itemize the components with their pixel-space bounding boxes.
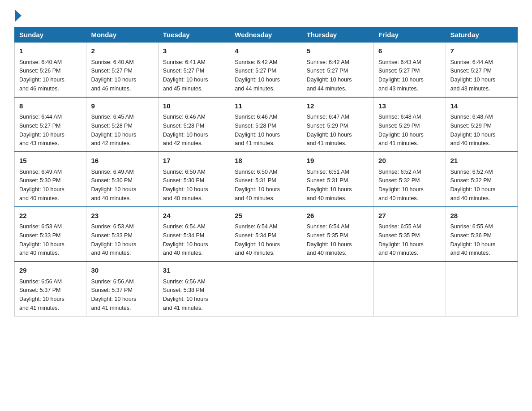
day-info: Sunrise: 6:53 AMSunset: 5:33 PMDaylight:… [91,223,136,256]
day-info: Sunrise: 6:48 AMSunset: 5:29 PMDaylight:… [378,114,424,146]
day-info: Sunrise: 6:56 AMSunset: 5:37 PMDaylight:… [19,278,64,311]
day-info: Sunrise: 6:42 AMSunset: 5:27 PMDaylight:… [235,59,280,92]
calendar-cell: 12Sunrise: 6:47 AMSunset: 5:29 PMDayligh… [302,97,373,152]
day-info: Sunrise: 6:53 AMSunset: 5:33 PMDaylight:… [19,223,64,256]
calendar-header-row: SundayMondayTuesdayWednesdayThursdayFrid… [15,27,518,43]
day-number: 13 [378,101,441,111]
calendar-cell: 27Sunrise: 6:55 AMSunset: 5:35 PMDayligh… [374,207,446,262]
day-info: Sunrise: 6:45 AMSunset: 5:28 PMDaylight:… [91,114,136,146]
day-info: Sunrise: 6:55 AMSunset: 5:36 PMDaylight:… [450,223,496,256]
calendar-cell: 22Sunrise: 6:53 AMSunset: 5:33 PMDayligh… [15,207,86,262]
day-info: Sunrise: 6:54 AMSunset: 5:34 PMDaylight:… [163,223,208,256]
calendar-cell: 10Sunrise: 6:46 AMSunset: 5:28 PMDayligh… [158,97,230,152]
day-number: 18 [235,156,297,166]
day-number: 15 [19,156,82,166]
logo-arrow-icon [15,10,21,21]
day-info: Sunrise: 6:52 AMSunset: 5:32 PMDaylight:… [378,169,424,201]
day-number: 4 [235,46,297,56]
calendar-cell: 28Sunrise: 6:55 AMSunset: 5:36 PMDayligh… [446,207,517,262]
day-number: 24 [163,211,225,221]
day-info: Sunrise: 6:54 AMSunset: 5:35 PMDaylight:… [307,223,352,256]
calendar-cell [302,261,373,316]
calendar-cell: 5Sunrise: 6:42 AMSunset: 5:27 PMDaylight… [302,43,373,97]
calendar-week-row: 8Sunrise: 6:44 AMSunset: 5:27 PMDaylight… [15,97,518,152]
calendar-cell: 1Sunrise: 6:40 AMSunset: 5:26 PMDaylight… [15,43,86,97]
day-info: Sunrise: 6:46 AMSunset: 5:28 PMDaylight:… [235,114,280,146]
day-info: Sunrise: 6:51 AMSunset: 5:31 PMDaylight:… [307,169,352,201]
day-number: 10 [163,101,225,111]
day-number: 2 [91,46,153,56]
day-info: Sunrise: 6:40 AMSunset: 5:27 PMDaylight:… [91,59,136,92]
calendar-cell [446,261,517,316]
day-number: 22 [19,211,82,221]
calendar-cell: 17Sunrise: 6:50 AMSunset: 5:30 PMDayligh… [158,152,230,207]
day-info: Sunrise: 6:50 AMSunset: 5:31 PMDaylight:… [235,169,280,201]
day-info: Sunrise: 6:44 AMSunset: 5:27 PMDaylight:… [19,114,64,146]
calendar-cell: 2Sunrise: 6:40 AMSunset: 5:27 PMDaylight… [86,43,158,97]
day-info: Sunrise: 6:44 AMSunset: 5:27 PMDaylight:… [450,59,496,92]
day-info: Sunrise: 6:42 AMSunset: 5:27 PMDaylight:… [307,59,352,92]
day-number: 3 [163,46,225,56]
calendar-cell: 26Sunrise: 6:54 AMSunset: 5:35 PMDayligh… [302,207,373,262]
calendar-week-row: 1Sunrise: 6:40 AMSunset: 5:26 PMDaylight… [15,43,518,97]
day-number: 6 [378,46,441,56]
day-number: 23 [91,211,153,221]
calendar-cell: 21Sunrise: 6:52 AMSunset: 5:32 PMDayligh… [446,152,517,207]
day-info: Sunrise: 6:50 AMSunset: 5:30 PMDaylight:… [163,169,208,201]
calendar-week-row: 22Sunrise: 6:53 AMSunset: 5:33 PMDayligh… [15,207,518,262]
day-number: 26 [307,211,369,221]
day-info: Sunrise: 6:48 AMSunset: 5:29 PMDaylight:… [450,114,496,146]
calendar-cell: 31Sunrise: 6:56 AMSunset: 5:38 PMDayligh… [158,261,230,316]
day-info: Sunrise: 6:47 AMSunset: 5:29 PMDaylight:… [307,114,352,146]
day-info: Sunrise: 6:56 AMSunset: 5:37 PMDaylight:… [91,278,136,311]
calendar-week-row: 29Sunrise: 6:56 AMSunset: 5:37 PMDayligh… [15,261,518,316]
day-number: 25 [235,211,297,221]
header-sunday: Sunday [15,27,86,43]
day-number: 31 [163,265,225,276]
calendar-cell: 23Sunrise: 6:53 AMSunset: 5:33 PMDayligh… [86,207,158,262]
calendar-cell: 7Sunrise: 6:44 AMSunset: 5:27 PMDaylight… [446,43,517,97]
day-number: 28 [450,211,513,221]
calendar-cell: 11Sunrise: 6:46 AMSunset: 5:28 PMDayligh… [230,97,302,152]
header-monday: Monday [86,27,158,43]
calendar-cell: 14Sunrise: 6:48 AMSunset: 5:29 PMDayligh… [446,97,517,152]
day-number: 5 [307,46,369,56]
day-info: Sunrise: 6:54 AMSunset: 5:34 PMDaylight:… [235,223,280,256]
page-header [14,11,518,21]
header-tuesday: Tuesday [158,27,230,43]
day-info: Sunrise: 6:49 AMSunset: 5:30 PMDaylight:… [19,169,64,201]
day-number: 14 [450,101,513,111]
day-number: 19 [307,156,369,166]
day-number: 16 [91,156,153,166]
calendar-cell: 24Sunrise: 6:54 AMSunset: 5:34 PMDayligh… [158,207,230,262]
calendar-cell: 16Sunrise: 6:49 AMSunset: 5:30 PMDayligh… [86,152,158,207]
calendar-cell: 19Sunrise: 6:51 AMSunset: 5:31 PMDayligh… [302,152,373,207]
calendar-cell: 29Sunrise: 6:56 AMSunset: 5:37 PMDayligh… [15,261,86,316]
calendar-cell: 25Sunrise: 6:54 AMSunset: 5:34 PMDayligh… [230,207,302,262]
day-info: Sunrise: 6:49 AMSunset: 5:30 PMDaylight:… [91,169,136,201]
day-number: 21 [450,156,513,166]
calendar-cell [230,261,302,316]
day-info: Sunrise: 6:40 AMSunset: 5:26 PMDaylight:… [19,59,64,92]
calendar-cell [374,261,446,316]
day-info: Sunrise: 6:46 AMSunset: 5:28 PMDaylight:… [163,114,208,146]
day-number: 30 [91,265,153,276]
calendar-cell: 6Sunrise: 6:43 AMSunset: 5:27 PMDaylight… [374,43,446,97]
day-number: 7 [450,46,513,56]
calendar-cell: 9Sunrise: 6:45 AMSunset: 5:28 PMDaylight… [86,97,158,152]
day-info: Sunrise: 6:43 AMSunset: 5:27 PMDaylight:… [378,59,424,92]
day-number: 20 [378,156,441,166]
day-number: 17 [163,156,225,166]
calendar-cell: 30Sunrise: 6:56 AMSunset: 5:37 PMDayligh… [86,261,158,316]
calendar-week-row: 15Sunrise: 6:49 AMSunset: 5:30 PMDayligh… [15,152,518,207]
header-friday: Friday [374,27,446,43]
day-info: Sunrise: 6:41 AMSunset: 5:27 PMDaylight:… [163,59,208,92]
day-number: 29 [19,265,82,276]
calendar-cell: 8Sunrise: 6:44 AMSunset: 5:27 PMDaylight… [15,97,86,152]
calendar-cell: 20Sunrise: 6:52 AMSunset: 5:32 PMDayligh… [374,152,446,207]
calendar-table: SundayMondayTuesdayWednesdayThursdayFrid… [14,27,518,317]
header-saturday: Saturday [446,27,517,43]
day-number: 9 [91,101,153,111]
calendar-cell: 3Sunrise: 6:41 AMSunset: 5:27 PMDaylight… [158,43,230,97]
day-info: Sunrise: 6:56 AMSunset: 5:38 PMDaylight:… [163,278,208,311]
